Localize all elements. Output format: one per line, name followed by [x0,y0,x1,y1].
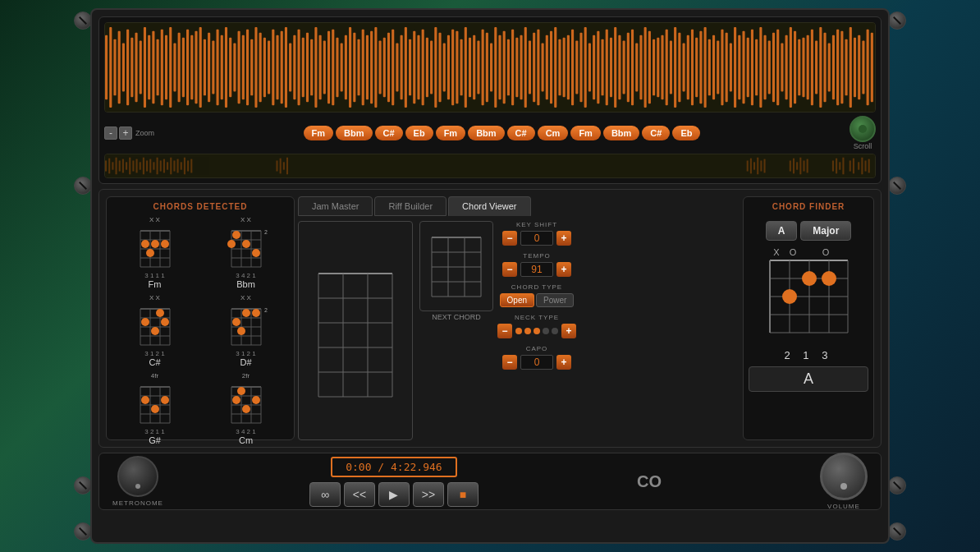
svg-point-284 [232,318,240,326]
svg-rect-220 [796,162,798,169]
chord-name-bbm[interactable]: Bbm [236,279,255,289]
svg-rect-30 [229,38,231,98]
svg-rect-134 [674,27,676,108]
svg-rect-182 [105,160,107,171]
svg-rect-29 [225,27,227,108]
finder-type-selector[interactable]: Major [800,221,851,241]
finder-key-selector[interactable]: A [766,221,798,241]
svg-rect-161 [790,27,792,108]
zoom-plus-btn[interactable]: + [119,126,132,140]
svg-rect-36 [254,27,257,108]
chord-name-ds[interactable]: D# [240,357,251,367]
svg-rect-57 [345,35,347,100]
zoom-minus-btn[interactable]: - [104,126,117,140]
chord-pill-5[interactable]: Bbm [468,126,504,140]
svg-rect-16 [169,27,172,108]
key-shift-minus[interactable]: − [502,231,517,246]
svg-rect-39 [268,41,270,94]
chord-pill-7[interactable]: Cm [538,126,569,140]
svg-rect-6 [126,30,129,105]
play-btn[interactable]: ▶ [378,482,410,507]
chord-pill-4[interactable]: Fm [436,126,466,140]
chord-pill-1[interactable]: Bbm [336,126,372,140]
neck-type-plus[interactable]: + [561,324,576,338]
chord-pill-10[interactable]: C# [642,126,670,140]
chord-finder-panel: CHORD FINDER A Major X O O [743,196,874,440]
tab-chord-viewer[interactable]: Chord Viewer [448,196,530,216]
chord-pill-3[interactable]: Eb [405,126,433,140]
svg-rect-19 [182,38,185,98]
stop-btn[interactable]: ■ [447,482,479,507]
chord-pill-11[interactable]: Eb [672,126,700,140]
svg-rect-201 [170,158,172,175]
svg-point-246 [146,249,154,257]
waveform-controls: - + Zoom Fm Bbm C# Eb Fm Bbm C# Cm Fm Bb… [104,116,876,150]
svg-rect-20 [186,30,189,105]
chord-pill-8[interactable]: Fm [570,126,601,140]
svg-rect-50 [314,27,317,108]
waveform-mini[interactable] [104,154,876,178]
key-shift-plus[interactable]: + [556,231,571,246]
svg-rect-203 [177,159,179,173]
rewind-btn[interactable]: << [344,482,375,507]
tempo-label: TEMPO [523,252,550,260]
svg-rect-103 [542,44,544,92]
chord-name-fm[interactable]: Fm [149,279,162,289]
svg-rect-66 [383,38,386,98]
finder-diagram: X O O [762,246,856,344]
svg-rect-37 [259,33,262,102]
svg-rect-206 [187,160,189,171]
svg-rect-35 [250,39,253,96]
svg-rect-140 [699,31,702,104]
chord-marker-ds: X X [240,294,251,301]
forward-btn[interactable]: >> [413,482,444,507]
svg-rect-69 [396,44,398,92]
chord-marker-cs: X X [149,294,160,301]
scroll-btn[interactable] [849,116,876,142]
svg-rect-76 [426,38,428,98]
chord-diagram-fm: X X [112,216,198,289]
tempo-plus[interactable]: + [556,262,571,277]
svg-point-283 [252,309,260,317]
capo-plus[interactable]: + [556,355,571,370]
svg-rect-153 [755,39,758,96]
chord-numbers-gs: 3 2 1 1 [144,428,164,435]
tab-riff-builder[interactable]: Riff Builder [374,196,446,216]
svg-rect-115 [593,35,595,100]
large-chord-diagram [298,221,413,440]
zoom-group: - + Zoom [104,126,154,140]
capo-minus[interactable]: − [502,355,517,370]
capo-row: − 0 + [502,355,571,370]
chord-name-cm[interactable]: Cm [239,435,253,445]
waveform-main[interactable]: // This won't run in SVG, generate stati… [104,22,876,113]
svg-rect-41 [276,35,278,100]
tempo-minus[interactable]: − [502,262,517,277]
neck-type-minus[interactable]: − [497,324,512,338]
svg-rect-227 [842,158,844,175]
chord-type-open[interactable]: Open [500,293,534,307]
svg-rect-131 [661,35,663,100]
chord-name-gs[interactable]: G# [149,435,161,445]
svg-rect-101 [533,33,535,102]
transport-buttons: ∞ << ▶ >> ■ [309,482,479,507]
chord-name-cs[interactable]: C# [149,357,160,367]
svg-rect-185 [116,158,117,175]
chord-type-power[interactable]: Power [536,293,574,307]
loop-btn[interactable]: ∞ [309,482,341,507]
chord-pill-2[interactable]: C# [375,126,403,140]
volume-knob[interactable] [820,453,868,500]
chord-pills: Fm Bbm C# Eb Fm Bbm C# Cm Fm Bbm C# Eb [158,126,846,140]
screw-ml [74,177,92,195]
tab-jam-master[interactable]: Jam Master [298,196,373,216]
svg-rect-157 [772,33,775,102]
chord-pill-9[interactable]: Bbm [603,126,639,140]
screw-bl2 [74,476,92,494]
svg-rect-74 [417,35,419,100]
svg-rect-81 [447,35,450,100]
chord-pill-0[interactable]: Fm [304,126,334,140]
metronome-knob[interactable] [117,456,158,497]
chord-pill-6[interactable]: C# [507,126,535,140]
svg-rect-130 [657,38,659,98]
next-chord-diagram [419,221,493,311]
svg-rect-123 [627,33,630,102]
